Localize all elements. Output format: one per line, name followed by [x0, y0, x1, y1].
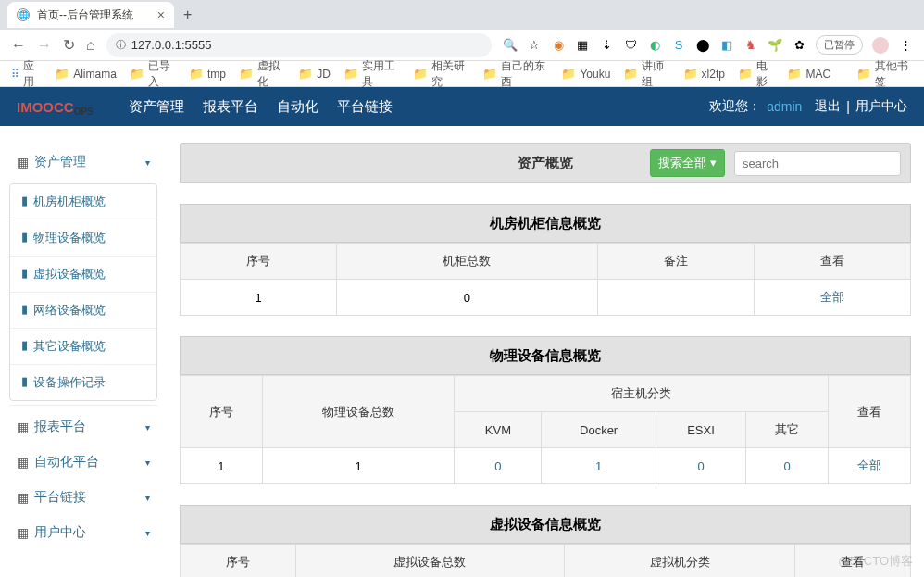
ext-icon-1[interactable]: ◉	[551, 38, 566, 53]
virtual-panel: 虚拟设备信息概览 序号 虚拟设备总数 虚拟机分类 查看	[180, 505, 911, 577]
search-input[interactable]	[734, 151, 901, 176]
bookmark-folder[interactable]: 📁tmp	[189, 67, 226, 81]
user-link[interactable]: admin	[767, 99, 802, 114]
panel-title: 物理设备信息概览	[180, 336, 911, 375]
bookmark-bar: ⠿ 应用 📁Alimama 📁已导入 📁tmp 📁虚拟化 📁JD 📁实用工具 📁…	[0, 61, 924, 87]
bookmark-folder[interactable]: 📁实用工具	[343, 58, 400, 90]
other-bookmarks[interactable]: 📁其他书签	[856, 58, 913, 90]
paused-badge[interactable]: 已暂停	[816, 35, 863, 55]
ext-icon-2[interactable]: ⇣	[599, 38, 614, 53]
close-icon[interactable]: ×	[157, 7, 165, 22]
ext-icon-7[interactable]: ♞	[743, 38, 758, 53]
app-header: IMOOCCOPS 资产管理 报表平台 自动化 平台链接 欢迎您： admin …	[0, 87, 924, 126]
home-button[interactable]: ⌂	[86, 37, 95, 54]
nav-report[interactable]: 报表平台	[195, 98, 266, 116]
panel-header: 资产概览 搜索全部 ▾	[180, 143, 911, 183]
other-count[interactable]: 0	[746, 448, 829, 484]
col-view: 查看	[829, 376, 911, 448]
logo: IMOOCCOPS	[17, 99, 94, 115]
browser-tab[interactable]: 🌐 首页--后台管理系统 ×	[7, 2, 174, 28]
forward-button[interactable]: →	[37, 37, 52, 54]
chevron-down-icon: ▾	[145, 157, 150, 168]
kvm-count[interactable]: 0	[455, 448, 542, 484]
grid-icon: ▦	[17, 455, 29, 470]
panel-title: 机房机柜信息概览	[180, 204, 911, 243]
ext-icon-4[interactable]: S	[671, 38, 686, 53]
search-select[interactable]: 搜索全部 ▾	[650, 149, 725, 177]
esxi-count[interactable]: 0	[656, 448, 745, 484]
url-text: 127.0.0.1:5555	[131, 38, 212, 52]
rack-table: 序号 机柜总数 备注 查看 1 0 全部	[180, 243, 911, 316]
sidebar-platform[interactable]: ▦平台链接▾	[9, 480, 157, 515]
overview-panel: 资产概览 搜索全部 ▾	[180, 143, 911, 183]
chevron-down-icon: ▾	[145, 493, 150, 503]
star-icon[interactable]: ☆	[527, 38, 542, 53]
ext-icon-8[interactable]: 🌱	[768, 38, 782, 53]
sidebar-report[interactable]: ▦报表平台▾	[9, 405, 157, 445]
bookmark-folder[interactable]: 📁已导入	[130, 58, 176, 90]
ext-icon-9[interactable]: ✿	[792, 38, 806, 53]
shield-icon[interactable]: 🛡	[623, 38, 638, 53]
bookmark-folder[interactable]: 📁电影	[738, 58, 774, 90]
bookmark-folder[interactable]: 📁Youku	[561, 67, 610, 81]
book-icon: ▮	[21, 338, 28, 355]
ext-icon-6[interactable]: ◧	[719, 38, 734, 53]
bookmark-folder[interactable]: 📁虚拟化	[239, 58, 285, 90]
qr-icon[interactable]: ▦	[575, 38, 590, 53]
sub-rack[interactable]: ▮机房机柜概览	[10, 184, 156, 220]
sub-log[interactable]: ▮设备操作记录	[10, 365, 156, 400]
view-all-link[interactable]: 全部	[829, 448, 911, 484]
bookmark-folder[interactable]: 📁Alimama	[55, 67, 117, 81]
physical-table: 序号 物理设备总数 宿主机分类 查看 KVM Docker ESXI 其它 1 …	[180, 375, 911, 484]
sub-network[interactable]: ▮网络设备概览	[10, 293, 156, 329]
info-icon: ⓘ	[116, 38, 126, 52]
new-tab-button[interactable]: +	[174, 6, 201, 23]
sidebar-asset[interactable]: ▦ 资产管理 ▾	[9, 144, 157, 180]
page-title: 资产概览	[518, 155, 573, 172]
sidebar-user[interactable]: ▦用户中心▾	[9, 515, 157, 550]
chevron-down-icon: ▾	[145, 458, 150, 468]
bookmark-folder[interactable]: 📁xl2tp	[683, 67, 725, 81]
nav-asset[interactable]: 资产管理	[121, 98, 192, 116]
book-icon: ▮	[21, 302, 28, 319]
bookmark-folder[interactable]: 📁MAC	[787, 67, 830, 81]
view-all-link[interactable]: 全部	[754, 280, 910, 316]
col-total: 虚拟设备总数	[295, 545, 565, 578]
book-icon: ▮	[21, 230, 28, 246]
sidebar-auto[interactable]: ▦自动化平台▾	[9, 445, 157, 480]
menu-icon[interactable]: ⋮	[898, 38, 913, 53]
bookmark-folder[interactable]: 📁JD	[298, 67, 331, 81]
url-input[interactable]: ⓘ 127.0.0.1:5555	[106, 33, 492, 57]
ext-icon-5[interactable]: ⬤	[695, 38, 710, 53]
grid-icon: ▦	[17, 525, 29, 540]
nav-platform[interactable]: 平台链接	[330, 98, 400, 116]
app-body: ▦ 资产管理 ▾ ▮机房机柜概览 ▮物理设备概览 ▮虚拟设备概览 ▮网络设备概览…	[0, 126, 924, 577]
sub-physical[interactable]: ▮物理设备概览	[10, 220, 156, 257]
logout-link[interactable]: 退出	[815, 98, 841, 115]
apps-button[interactable]: ⠿ 应用	[11, 58, 42, 90]
bookmark-folder[interactable]: 📁相关研究	[413, 58, 469, 90]
sub-virtual[interactable]: ▮虚拟设备概览	[10, 257, 156, 293]
reload-button[interactable]: ↻	[63, 36, 75, 54]
user-center-link[interactable]: 用户中心	[855, 98, 907, 115]
col-seq: 序号	[181, 545, 296, 578]
search-icon[interactable]: 🔍	[503, 38, 518, 53]
nav-menu: 资产管理 报表平台 自动化 平台链接	[121, 98, 400, 116]
sub-other[interactable]: ▮其它设备概览	[10, 329, 156, 365]
nav-auto[interactable]: 自动化	[269, 98, 326, 116]
col-seq: 序号	[181, 376, 263, 448]
bookmark-folder[interactable]: 📁讲师组	[623, 58, 669, 90]
col-view: 查看	[754, 244, 910, 280]
ext-icon-3[interactable]: ◐	[647, 38, 662, 53]
docker-count[interactable]: 1	[542, 448, 656, 484]
grid-icon: ▦	[17, 490, 29, 505]
rack-panel: 机房机柜信息概览 序号 机柜总数 备注 查看 1 0 全部	[180, 204, 911, 316]
back-button[interactable]: ←	[11, 37, 26, 54]
sidebar-submenu: ▮机房机柜概览 ▮物理设备概览 ▮虚拟设备概览 ▮网络设备概览 ▮其它设备概览 …	[9, 183, 157, 401]
profile-avatar[interactable]	[872, 37, 889, 54]
chevron-down-icon: ▾	[145, 422, 150, 433]
table-header-row: 序号 机柜总数 备注 查看	[181, 244, 911, 280]
bookmark-folder[interactable]: 📁自己的东西	[482, 58, 549, 90]
globe-icon: 🌐	[17, 8, 30, 21]
table-header-row: 序号 虚拟设备总数 虚拟机分类 查看	[181, 545, 911, 578]
